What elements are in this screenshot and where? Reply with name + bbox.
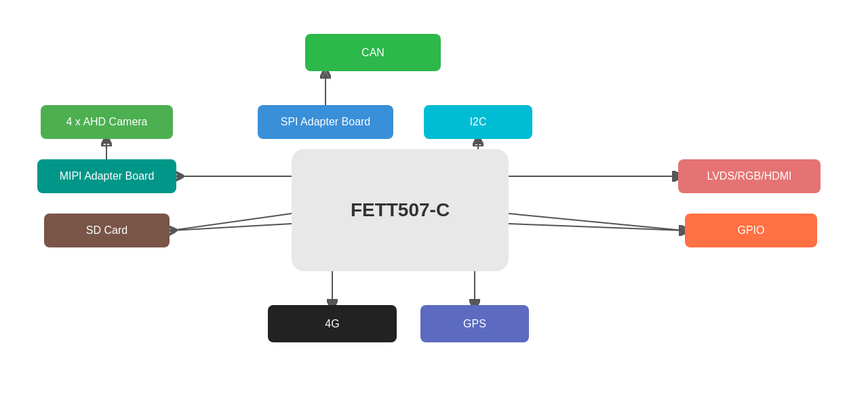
gpio-block: GPIO [685, 214, 817, 247]
svg-line-12 [509, 214, 684, 230]
svg-marker-1 [322, 71, 329, 78]
i2c-label: I2C [470, 116, 487, 128]
gpio-label: GPIO [737, 224, 764, 237]
spi-block: SPI Adapter Board [258, 105, 393, 139]
center-block: FETT507-C [292, 149, 509, 271]
ahd-label: 4 x AHD Camera [66, 116, 147, 128]
gps-block: GPS [420, 305, 529, 342]
center-label: FETT507-C [351, 199, 450, 221]
svg-line-22 [172, 224, 292, 230]
4g-block: 4G [268, 305, 397, 342]
gps-label: GPS [463, 318, 486, 330]
can-block: CAN [305, 34, 441, 71]
can-label: CAN [361, 47, 384, 59]
lvds-block: LVDS/RGB/HDMI [678, 159, 821, 193]
diagram-container: FETT507-C CAN SPI Adapter Board I2C 4 x … [0, 0, 868, 402]
mipi-block: MIPI Adapter Board [37, 159, 176, 193]
i2c-block: I2C [424, 105, 532, 139]
mipi-label: MIPI Adapter Board [60, 170, 155, 182]
ahd-camera-block: 4 x AHD Camera [41, 105, 173, 139]
spi-label: SPI Adapter Board [281, 116, 371, 128]
svg-line-24 [509, 224, 684, 230]
4g-label: 4G [325, 318, 339, 330]
lvds-label: LVDS/RGB/HDMI [707, 170, 791, 182]
svg-line-8 [171, 214, 292, 230]
sdcard-block: SD Card [44, 214, 170, 247]
sdcard-label: SD Card [86, 224, 127, 237]
